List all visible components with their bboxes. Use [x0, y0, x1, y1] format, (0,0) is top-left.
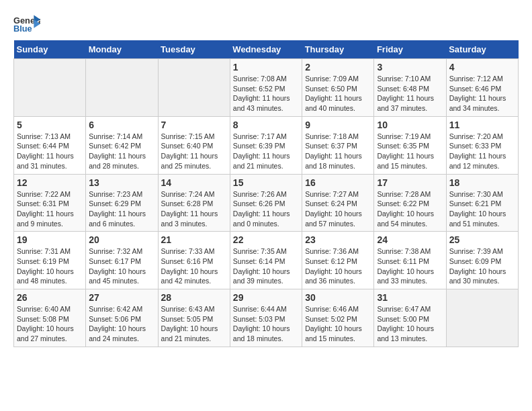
day-info: Sunrise: 7:24 AM Sunset: 6:28 PM Dayligh… [161, 189, 227, 229]
day-number: 1 [233, 62, 299, 73]
day-info: Sunrise: 7:30 AM Sunset: 6:21 PM Dayligh… [449, 189, 515, 229]
calendar-cell: 19Sunrise: 7:31 AM Sunset: 6:19 PM Dayli… [14, 232, 86, 289]
day-info: Sunrise: 6:43 AM Sunset: 5:05 PM Dayligh… [161, 304, 227, 344]
calendar-week-row: 5Sunrise: 7:13 AM Sunset: 6:44 PM Daylig… [14, 116, 519, 174]
day-info: Sunrise: 7:31 AM Sunset: 6:19 PM Dayligh… [17, 246, 83, 286]
day-info: Sunrise: 7:26 AM Sunset: 6:26 PM Dayligh… [233, 189, 299, 229]
day-info: Sunrise: 7:36 AM Sunset: 6:12 PM Dayligh… [305, 246, 371, 286]
day-number: 23 [305, 234, 371, 245]
day-number: 18 [449, 177, 515, 188]
calendar-cell: 22Sunrise: 7:35 AM Sunset: 6:14 PM Dayli… [230, 232, 302, 289]
day-number: 14 [161, 177, 227, 188]
calendar-cell: 9Sunrise: 7:18 AM Sunset: 6:37 PM Daylig… [302, 116, 374, 174]
day-number: 10 [377, 120, 443, 130]
day-info: Sunrise: 7:33 AM Sunset: 6:16 PM Dayligh… [161, 246, 227, 286]
day-number: 29 [233, 292, 299, 303]
day-number: 15 [233, 177, 299, 188]
day-info: Sunrise: 6:47 AM Sunset: 5:00 PM Dayligh… [377, 304, 443, 344]
day-number: 28 [161, 292, 227, 303]
day-info: Sunrise: 6:42 AM Sunset: 5:06 PM Dayligh… [89, 304, 154, 344]
weekday-header-row: SundayMondayTuesdayWednesdayThursdayFrid… [14, 40, 519, 59]
calendar-cell: 15Sunrise: 7:26 AM Sunset: 6:26 PM Dayli… [230, 174, 302, 232]
svg-text:Blue: Blue [13, 24, 32, 34]
calendar-cell: 14Sunrise: 7:24 AM Sunset: 6:28 PM Dayli… [158, 174, 230, 232]
day-info: Sunrise: 7:12 AM Sunset: 6:46 PM Dayligh… [449, 74, 515, 113]
day-number: 26 [17, 292, 83, 303]
day-number: 19 [17, 234, 83, 245]
calendar-cell: 28Sunrise: 6:43 AM Sunset: 5:05 PM Dayli… [158, 289, 230, 347]
day-info: Sunrise: 6:40 AM Sunset: 5:08 PM Dayligh… [17, 304, 83, 344]
weekday-header: Wednesday [230, 40, 302, 59]
day-info: Sunrise: 7:09 AM Sunset: 6:50 PM Dayligh… [305, 74, 371, 113]
day-number: 20 [89, 234, 154, 245]
weekday-header: Tuesday [158, 40, 230, 59]
day-number: 12 [17, 177, 83, 188]
calendar-cell [158, 59, 230, 117]
day-info: Sunrise: 6:44 AM Sunset: 5:03 PM Dayligh… [233, 304, 299, 344]
day-number: 3 [377, 62, 443, 73]
calendar-cell [446, 289, 518, 347]
day-number: 2 [305, 62, 371, 73]
day-number: 24 [377, 234, 443, 245]
day-info: Sunrise: 7:17 AM Sunset: 6:39 PM Dayligh… [233, 132, 299, 171]
weekday-header: Monday [86, 40, 158, 59]
day-number: 30 [305, 292, 371, 303]
day-info: Sunrise: 7:14 AM Sunset: 6:42 PM Dayligh… [89, 132, 154, 171]
day-info: Sunrise: 7:19 AM Sunset: 6:35 PM Dayligh… [377, 132, 443, 171]
calendar-cell: 3Sunrise: 7:10 AM Sunset: 6:48 PM Daylig… [374, 59, 446, 117]
day-info: Sunrise: 7:23 AM Sunset: 6:29 PM Dayligh… [89, 189, 154, 229]
calendar-cell: 23Sunrise: 7:36 AM Sunset: 6:12 PM Dayli… [302, 232, 374, 289]
logo-icon: General Blue [13, 13, 40, 34]
calendar-cell: 31Sunrise: 6:47 AM Sunset: 5:00 PM Dayli… [374, 289, 446, 347]
day-info: Sunrise: 7:39 AM Sunset: 6:09 PM Dayligh… [449, 246, 515, 286]
day-number: 8 [233, 120, 299, 130]
calendar-table: SundayMondayTuesdayWednesdayThursdayFrid… [13, 40, 519, 347]
day-info: Sunrise: 7:15 AM Sunset: 6:40 PM Dayligh… [161, 132, 227, 171]
day-number: 4 [449, 62, 515, 73]
day-number: 17 [377, 177, 443, 188]
calendar-cell: 8Sunrise: 7:17 AM Sunset: 6:39 PM Daylig… [230, 116, 302, 174]
calendar-cell: 26Sunrise: 6:40 AM Sunset: 5:08 PM Dayli… [14, 289, 86, 347]
calendar-cell [86, 59, 158, 117]
calendar-cell: 6Sunrise: 7:14 AM Sunset: 6:42 PM Daylig… [86, 116, 158, 174]
day-info: Sunrise: 7:32 AM Sunset: 6:17 PM Dayligh… [89, 246, 154, 286]
day-info: Sunrise: 7:20 AM Sunset: 6:33 PM Dayligh… [449, 132, 515, 171]
day-info: Sunrise: 6:46 AM Sunset: 5:02 PM Dayligh… [305, 304, 371, 344]
day-number: 5 [17, 120, 83, 130]
day-info: Sunrise: 7:08 AM Sunset: 6:52 PM Dayligh… [233, 74, 299, 113]
day-number: 31 [377, 292, 443, 303]
calendar-cell: 7Sunrise: 7:15 AM Sunset: 6:40 PM Daylig… [158, 116, 230, 174]
calendar-cell: 4Sunrise: 7:12 AM Sunset: 6:46 PM Daylig… [446, 59, 518, 117]
calendar-cell: 18Sunrise: 7:30 AM Sunset: 6:21 PM Dayli… [446, 174, 518, 232]
day-info: Sunrise: 7:28 AM Sunset: 6:22 PM Dayligh… [377, 189, 443, 229]
day-info: Sunrise: 7:38 AM Sunset: 6:11 PM Dayligh… [377, 246, 443, 286]
calendar-cell: 1Sunrise: 7:08 AM Sunset: 6:52 PM Daylig… [230, 59, 302, 117]
calendar-cell: 12Sunrise: 7:22 AM Sunset: 6:31 PM Dayli… [14, 174, 86, 232]
weekday-header: Sunday [14, 40, 86, 59]
day-info: Sunrise: 7:22 AM Sunset: 6:31 PM Dayligh… [17, 189, 83, 229]
day-number: 7 [161, 120, 227, 130]
calendar-week-row: 19Sunrise: 7:31 AM Sunset: 6:19 PM Dayli… [14, 232, 519, 289]
weekday-header: Saturday [446, 40, 518, 59]
logo: General Blue [13, 13, 40, 34]
day-info: Sunrise: 7:27 AM Sunset: 6:24 PM Dayligh… [305, 189, 371, 229]
calendar-cell: 11Sunrise: 7:20 AM Sunset: 6:33 PM Dayli… [446, 116, 518, 174]
page-header: General Blue [13, 13, 519, 34]
day-number: 22 [233, 234, 299, 245]
calendar-cell: 2Sunrise: 7:09 AM Sunset: 6:50 PM Daylig… [302, 59, 374, 117]
calendar-cell: 5Sunrise: 7:13 AM Sunset: 6:44 PM Daylig… [14, 116, 86, 174]
calendar-cell: 13Sunrise: 7:23 AM Sunset: 6:29 PM Dayli… [86, 174, 158, 232]
calendar-cell: 16Sunrise: 7:27 AM Sunset: 6:24 PM Dayli… [302, 174, 374, 232]
calendar-cell: 17Sunrise: 7:28 AM Sunset: 6:22 PM Dayli… [374, 174, 446, 232]
calendar-cell: 25Sunrise: 7:39 AM Sunset: 6:09 PM Dayli… [446, 232, 518, 289]
calendar-week-row: 1Sunrise: 7:08 AM Sunset: 6:52 PM Daylig… [14, 59, 519, 117]
day-number: 11 [449, 120, 515, 130]
day-number: 25 [449, 234, 515, 245]
calendar-cell: 24Sunrise: 7:38 AM Sunset: 6:11 PM Dayli… [374, 232, 446, 289]
day-number: 13 [89, 177, 154, 188]
day-number: 9 [305, 120, 371, 130]
calendar-cell: 20Sunrise: 7:32 AM Sunset: 6:17 PM Dayli… [86, 232, 158, 289]
calendar-week-row: 26Sunrise: 6:40 AM Sunset: 5:08 PM Dayli… [14, 289, 519, 347]
calendar-cell: 30Sunrise: 6:46 AM Sunset: 5:02 PM Dayli… [302, 289, 374, 347]
day-number: 6 [89, 120, 154, 130]
